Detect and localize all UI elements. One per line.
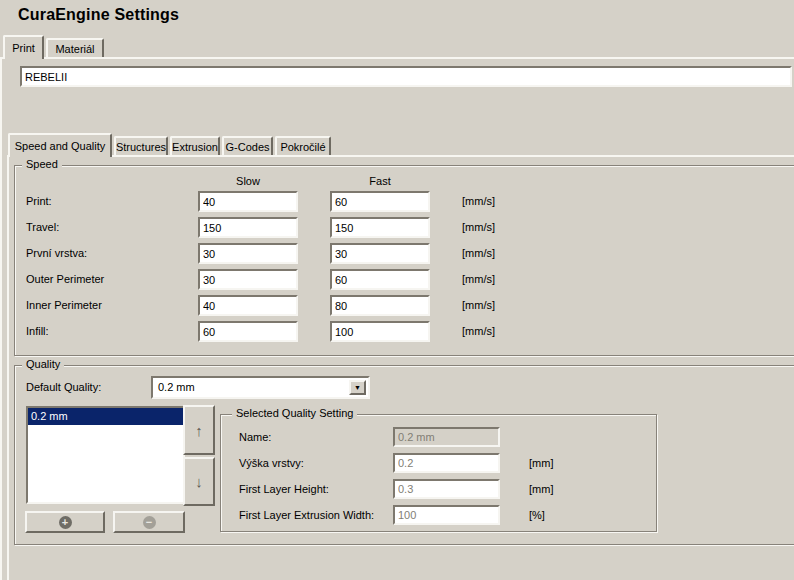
- arrow-up-icon: ↑: [195, 422, 203, 439]
- quality-listbox[interactable]: 0.2 mm: [26, 406, 185, 504]
- print-fast-input[interactable]: [330, 191, 430, 212]
- tab-speed-and-quality-label: Speed and Quality: [15, 140, 106, 152]
- outer-perimeter-fast-input[interactable]: [330, 269, 430, 290]
- first-layer-extrusion-width-field: [393, 505, 500, 525]
- tab-pokrocile-label: Pokročilé: [280, 141, 325, 153]
- first-layer-extrusion-width-label: First Layer Extrusion Width:: [239, 509, 374, 521]
- tab-material-label: Materiál: [55, 43, 94, 55]
- add-quality-button[interactable]: +: [25, 511, 105, 533]
- inner-perimeter-fast-input[interactable]: [330, 295, 430, 316]
- print-unit: [mm/s]: [462, 195, 495, 207]
- tab-g-codes[interactable]: G-Codes: [222, 136, 273, 155]
- tab-print-label: Print: [12, 42, 35, 54]
- speed-row-label-travel: Travel:: [26, 221, 59, 233]
- speed-row-label-infill: Infill:: [26, 325, 49, 337]
- travel-unit: [mm/s]: [462, 221, 495, 233]
- infill-slow-input[interactable]: [198, 321, 298, 342]
- profile-name-input[interactable]: [20, 66, 792, 87]
- tab-extrusion[interactable]: Extrusion: [170, 136, 220, 155]
- speed-row-label-outer-perimeter: Outer Perimeter: [26, 273, 104, 285]
- quality-list-item[interactable]: 0.2 mm: [28, 408, 183, 425]
- layer-height-field: [393, 453, 500, 473]
- column-header-fast: Fast: [330, 175, 430, 187]
- tab-pokrocile[interactable]: Pokročilé: [275, 136, 331, 155]
- move-up-button[interactable]: ↑: [183, 405, 215, 455]
- inner-perimeter-slow-input[interactable]: [198, 295, 298, 316]
- arrow-down-icon: ↓: [195, 473, 203, 490]
- page-title: CuraEngine Settings: [18, 6, 179, 24]
- print-slow-input[interactable]: [198, 191, 298, 212]
- quality-group-label: Quality: [22, 358, 64, 371]
- first-layer-slow-input[interactable]: [198, 243, 298, 264]
- default-quality-value: 0.2 mm: [158, 380, 195, 395]
- remove-quality-button[interactable]: −: [113, 511, 185, 533]
- speed-row-label-inner-perimeter: Inner Perimeter: [26, 299, 102, 311]
- outer-perimeter-unit: [mm/s]: [462, 273, 495, 285]
- tab-print[interactable]: Print: [3, 35, 44, 59]
- first-layer-unit: [mm/s]: [462, 247, 495, 259]
- layer-height-unit: [mm]: [529, 457, 553, 469]
- name-field: [393, 427, 500, 447]
- layer-height-label: Výška vrstvy:: [239, 457, 304, 469]
- combobox-dropdown-button[interactable]: ▼: [349, 380, 366, 395]
- tab-g-codes-label: G-Codes: [225, 141, 269, 153]
- infill-unit: [mm/s]: [462, 325, 495, 337]
- default-quality-label: Default Quality:: [26, 381, 101, 393]
- tab-structures-label: Structures: [116, 141, 166, 153]
- first-layer-height-field: [393, 479, 500, 499]
- travel-slow-input[interactable]: [198, 217, 298, 238]
- tab-extrusion-label: Extrusion: [172, 141, 218, 153]
- speed-row-label-first-layer: První vrstva:: [26, 247, 87, 259]
- minus-icon: −: [143, 516, 156, 529]
- name-label: Name:: [239, 431, 271, 443]
- column-header-slow: Slow: [198, 175, 298, 187]
- speed-group-label: Speed: [22, 158, 62, 171]
- selected-quality-setting-group-label: Selected Quality Setting: [232, 407, 357, 420]
- inner-perimeter-unit: [mm/s]: [462, 299, 495, 311]
- tab-structures[interactable]: Structures: [114, 136, 168, 155]
- selected-quality-setting-group: Selected Quality Setting Name: Výška vrs…: [220, 414, 657, 532]
- first-layer-height-unit: [mm]: [529, 483, 553, 495]
- move-down-button[interactable]: ↓: [183, 457, 215, 506]
- infill-fast-input[interactable]: [330, 321, 430, 342]
- plus-icon: +: [59, 516, 72, 529]
- default-quality-combobox[interactable]: 0.2 mm ▼: [151, 376, 370, 399]
- speed-row-label-print: Print:: [26, 195, 52, 207]
- first-layer-extrusion-width-unit: [%]: [529, 509, 545, 521]
- travel-fast-input[interactable]: [330, 217, 430, 238]
- first-layer-height-label: First Layer Height:: [239, 483, 329, 495]
- tab-material[interactable]: Materiál: [46, 38, 104, 57]
- chevron-down-icon: ▼: [354, 384, 361, 391]
- outer-perimeter-slow-input[interactable]: [198, 269, 298, 290]
- first-layer-fast-input[interactable]: [330, 243, 430, 264]
- tab-speed-and-quality[interactable]: Speed and Quality: [8, 133, 112, 157]
